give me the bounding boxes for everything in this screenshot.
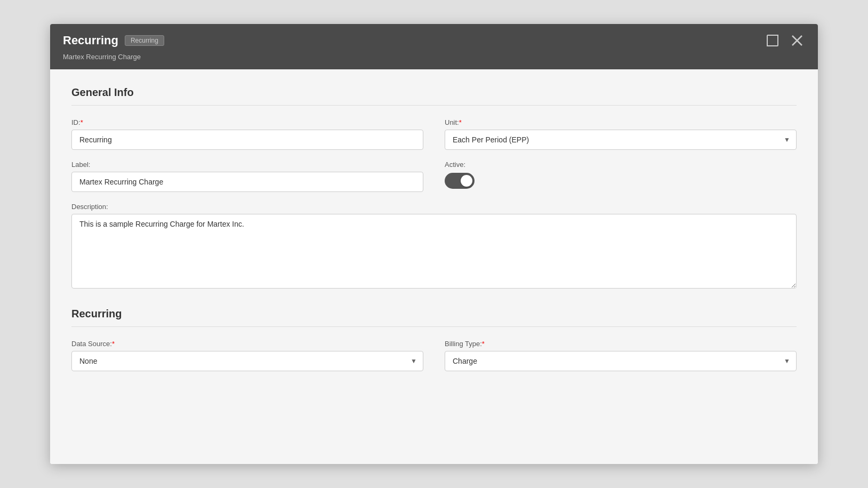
general-info-section: General Info ID:* Unit:* <box>71 86 797 289</box>
id-required: * <box>81 118 83 126</box>
data-source-select[interactable]: None Manual API <box>71 351 423 371</box>
recurring-form: Data Source:* None Manual API ▼ Bill <box>71 340 797 371</box>
general-info-title: General Info <box>71 86 797 99</box>
label-input[interactable] <box>71 172 423 192</box>
description-label: Description: <box>71 203 797 211</box>
modal-subtitle: Martex Recurring Charge <box>63 53 805 61</box>
billing-type-group: Billing Type:* Charge Credit Adjustment … <box>445 340 797 371</box>
active-toggle[interactable] <box>445 173 475 189</box>
id-input[interactable] <box>71 130 423 150</box>
data-source-group: Data Source:* None Manual API ▼ <box>71 340 423 371</box>
billing-type-label: Billing Type:* <box>445 340 797 348</box>
label-label: Label: <box>71 161 423 169</box>
recurring-title: Recurring <box>71 308 797 320</box>
billing-type-required: * <box>482 340 485 348</box>
billing-type-select[interactable]: Charge Credit Adjustment <box>445 351 797 371</box>
active-toggle-wrapper <box>445 173 797 189</box>
unit-label: Unit:* <box>445 118 797 126</box>
recurring-section: Recurring Data Source:* None Manual API … <box>71 308 797 371</box>
expand-icon <box>767 35 778 46</box>
modal-header: Recurring Recurring <box>50 24 818 69</box>
label-group: Label: <box>71 161 423 192</box>
description-group: Description: This is a sample Recurring … <box>71 203 797 289</box>
id-label: ID:* <box>71 118 423 126</box>
recurring-divider <box>71 326 797 327</box>
data-source-select-wrapper: None Manual API ▼ <box>71 351 423 371</box>
general-info-divider <box>71 105 797 106</box>
billing-type-select-wrapper: Charge Credit Adjustment ▼ <box>445 351 797 371</box>
unit-select-wrapper: Each Per Period (EPP) Fixed Per Unit ▼ <box>445 130 797 150</box>
modal-container: Recurring Recurring <box>50 24 818 464</box>
active-group: Active: <box>445 161 797 192</box>
close-icon <box>791 35 803 46</box>
toggle-slider <box>445 173 475 189</box>
unit-select[interactable]: Each Per Period (EPP) Fixed Per Unit <box>445 130 797 150</box>
close-button[interactable] <box>789 33 805 49</box>
modal-title: Recurring <box>63 34 118 47</box>
unit-group: Unit:* Each Per Period (EPP) Fixed Per U… <box>445 118 797 150</box>
id-group: ID:* <box>71 118 423 150</box>
general-info-form: ID:* Unit:* Each Per Period (EPP) Fixed … <box>71 118 797 289</box>
unit-required: * <box>459 118 462 126</box>
modal-title-row: Recurring Recurring <box>63 34 164 47</box>
data-source-label: Data Source:* <box>71 340 423 348</box>
modal-badge: Recurring <box>125 35 164 46</box>
modal-header-actions <box>765 33 805 49</box>
modal-body: General Info ID:* Unit:* <box>50 69 818 464</box>
active-label: Active: <box>445 161 797 169</box>
description-textarea[interactable]: This is a sample Recurring Charge for Ma… <box>71 214 797 289</box>
svg-rect-0 <box>767 35 778 46</box>
expand-button[interactable] <box>765 33 781 49</box>
data-source-required: * <box>112 340 115 348</box>
